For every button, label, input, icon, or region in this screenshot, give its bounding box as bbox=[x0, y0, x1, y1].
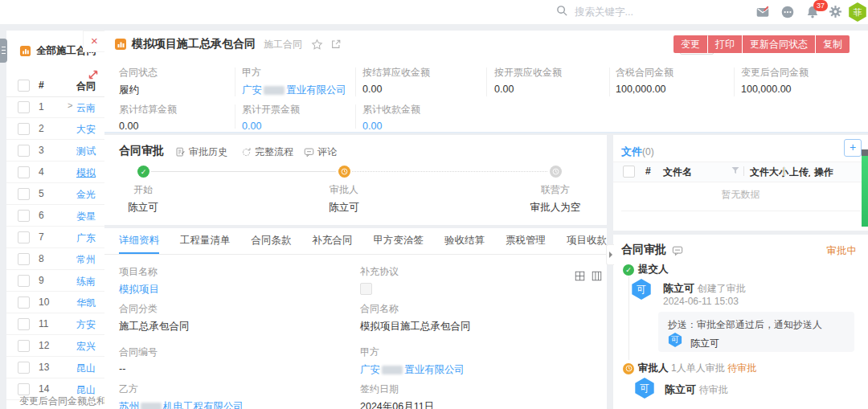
table-row[interactable]: 8常州 bbox=[6, 248, 104, 270]
row-checkbox[interactable] bbox=[18, 297, 30, 309]
tab-2[interactable]: 合同条款 bbox=[252, 228, 292, 254]
field-label: 按开票应收金额 bbox=[494, 66, 615, 80]
field-value[interactable]: 0.00 bbox=[242, 121, 362, 132]
info-field: 累计收款金额0.00 bbox=[362, 103, 483, 132]
approver-mode: 1人单人审批 bbox=[671, 362, 725, 375]
clock-icon bbox=[623, 363, 634, 374]
name-column-header: 合同 bbox=[76, 80, 104, 93]
row-checkbox[interactable] bbox=[18, 340, 30, 352]
value-suffix: 置业有限公司 bbox=[286, 84, 346, 96]
grid-view-icon[interactable] bbox=[575, 270, 585, 284]
action-button-0[interactable]: 变更 bbox=[674, 35, 707, 53]
field-value: 履约 bbox=[119, 84, 240, 97]
field-value[interactable]: 广安置业有限公司 bbox=[242, 84, 362, 97]
column-view-icon[interactable] bbox=[592, 270, 602, 284]
row-checkbox[interactable] bbox=[18, 188, 30, 200]
table-row[interactable]: 10华凯 bbox=[6, 292, 104, 313]
table-row[interactable]: 9练南 bbox=[6, 270, 104, 292]
supplement-checkbox[interactable] bbox=[360, 283, 372, 295]
form-field: 乙方苏州机电工程有限公司 bbox=[119, 382, 244, 409]
contract-summary-grid: 合同状态履约甲方广安置业有限公司按结算应收金额0.00按开票应收金额0.00含税… bbox=[104, 58, 868, 133]
tab-3[interactable]: 补充合同 bbox=[313, 228, 353, 254]
mail-icon[interactable] bbox=[755, 5, 770, 19]
contract-link[interactable]: 云南 bbox=[76, 101, 104, 115]
form-field: 项目名称模拟项目 bbox=[119, 265, 159, 297]
table-row[interactable]: 2大安 bbox=[6, 118, 104, 140]
tab-5[interactable]: 验收结算 bbox=[444, 228, 485, 254]
tab-4[interactable]: 甲方变洽签 bbox=[374, 228, 424, 254]
field-value[interactable]: 0.00 bbox=[362, 121, 483, 132]
approver-pending: 待审批 bbox=[727, 362, 756, 375]
star-icon[interactable] bbox=[310, 38, 323, 51]
feedback-edge-bar[interactable] bbox=[862, 149, 868, 227]
field-value[interactable]: 广安置业有限公司 bbox=[360, 363, 465, 377]
files-select-all-checkbox[interactable] bbox=[623, 166, 635, 178]
tab-0[interactable]: 详细资料 bbox=[119, 228, 159, 254]
timeline-step-label: 开始陈立可 bbox=[87, 183, 199, 215]
contract-link[interactable]: 宏兴 bbox=[76, 340, 104, 354]
table-row[interactable]: 4模拟 bbox=[6, 162, 104, 183]
close-icon[interactable]: × bbox=[83, 31, 104, 52]
files-panel: 文件(0) + # 文件名 文件大小 上传人 操作 暂无数据 bbox=[613, 135, 868, 231]
field-label: 签约日期 bbox=[360, 382, 434, 396]
tab-6[interactable]: 票税管理 bbox=[506, 228, 546, 254]
approval-history-link[interactable]: 审批历史 bbox=[175, 145, 227, 159]
action-button-2[interactable]: 更新合同状态 bbox=[743, 35, 815, 53]
tab-7[interactable]: 项目收款 bbox=[567, 228, 607, 254]
row-checkbox[interactable] bbox=[18, 166, 30, 178]
row-checkbox[interactable] bbox=[18, 253, 30, 265]
field-value[interactable]: 苏州机电工程有限公司 bbox=[119, 400, 244, 409]
table-row[interactable]: 3测试 bbox=[6, 140, 104, 162]
table-row[interactable]: 12宏兴 bbox=[6, 335, 104, 357]
comment-link[interactable]: 评论 bbox=[304, 145, 337, 159]
contract-link[interactable]: 练南 bbox=[76, 275, 104, 288]
expand-icon[interactable]: > bbox=[68, 100, 72, 110]
table-row[interactable]: 13昆山 bbox=[6, 357, 104, 378]
contract-link[interactable]: 方安 bbox=[76, 318, 104, 332]
row-checkbox[interactable] bbox=[18, 275, 30, 287]
table-row[interactable]: 1>云南 bbox=[6, 96, 104, 118]
filter-icon[interactable] bbox=[731, 166, 740, 178]
global-search[interactable]: 搜索关键字... bbox=[556, 5, 633, 20]
row-checkbox[interactable] bbox=[18, 362, 30, 374]
tab-1[interactable]: 工程量清单 bbox=[180, 228, 231, 254]
table-row[interactable]: 11方安 bbox=[6, 313, 104, 335]
files-divider bbox=[621, 211, 860, 211]
contract-link[interactable]: 模拟 bbox=[76, 166, 104, 180]
row-checkbox[interactable] bbox=[18, 123, 30, 135]
contract-link[interactable]: 测试 bbox=[76, 145, 104, 158]
collapse-arrow-icon[interactable] bbox=[606, 244, 614, 265]
contract-link[interactable]: 广东 bbox=[76, 231, 104, 245]
field-label: 合同状态 bbox=[119, 66, 240, 80]
panel-handle-icon[interactable] bbox=[0, 39, 7, 63]
comment-icon[interactable] bbox=[671, 244, 684, 257]
add-file-button[interactable]: + bbox=[844, 139, 862, 157]
column-divider bbox=[609, 67, 610, 96]
redacted-text bbox=[141, 403, 162, 409]
chat-icon[interactable] bbox=[780, 5, 795, 19]
full-flow-link[interactable]: 完整流程 bbox=[241, 145, 293, 159]
field-value[interactable]: 模拟项目 bbox=[119, 283, 159, 297]
avatar: 可 bbox=[668, 333, 682, 347]
field-label: 甲方 bbox=[242, 66, 362, 80]
contract-link[interactable]: 昆山 bbox=[76, 362, 104, 375]
row-checkbox[interactable] bbox=[18, 231, 30, 243]
row-checkbox[interactable] bbox=[18, 318, 30, 330]
action-button-3[interactable]: 复制 bbox=[816, 35, 850, 53]
table-row[interactable]: 7广东 bbox=[6, 227, 104, 248]
contract-link[interactable]: 华凯 bbox=[76, 297, 104, 310]
contract-link[interactable]: 大安 bbox=[76, 123, 104, 137]
row-checkbox[interactable] bbox=[18, 210, 30, 222]
contract-link[interactable]: 常州 bbox=[76, 253, 104, 267]
list-footer-total: 变更后合同金额总和: bbox=[19, 395, 104, 408]
action-button-1[interactable]: 打印 bbox=[708, 35, 742, 53]
approval-timeline-card: 合同审批 审批历史 完整流程 评论 ✓开始陈立可审批人陈立可联营方审批人为空 bbox=[104, 135, 607, 225]
row-checkbox[interactable] bbox=[18, 383, 30, 395]
select-all-checkbox[interactable] bbox=[18, 80, 30, 92]
gear-icon[interactable] bbox=[829, 5, 843, 19]
row-checkbox[interactable] bbox=[18, 101, 30, 113]
external-link-icon[interactable] bbox=[330, 38, 342, 51]
user-avatar[interactable]: 菲 bbox=[848, 2, 867, 22]
field-label: 含税合同金额 bbox=[616, 66, 736, 80]
row-checkbox[interactable] bbox=[18, 145, 30, 157]
